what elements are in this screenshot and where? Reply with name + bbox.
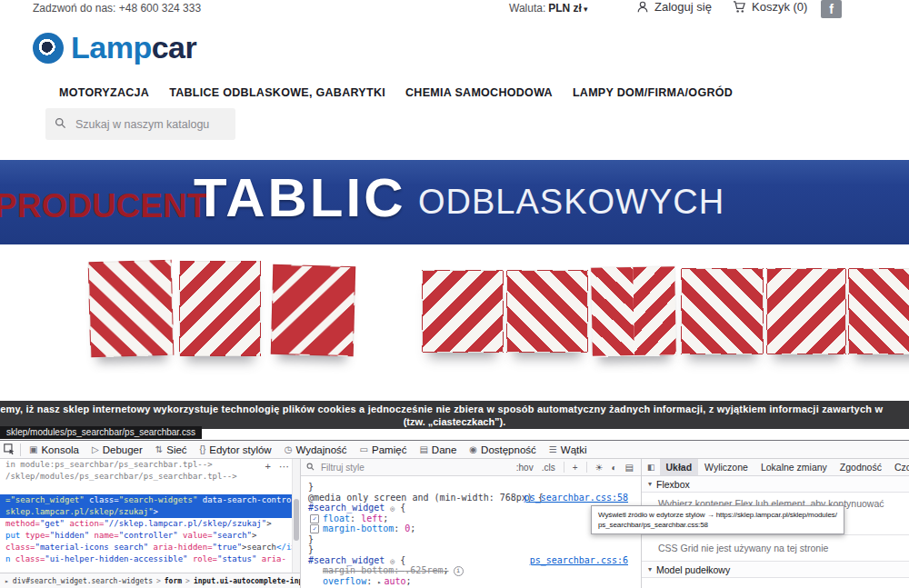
screenshot-root: Zadzwoń do nas: +48 600 324 333 Waluta:P… [0, 0, 909, 588]
storage-icon: ▤ [419, 444, 427, 454]
devtools-tab-label: Konsola [41, 444, 79, 455]
devtools-tab-debuger[interactable]: ▷Debuger [85, 441, 149, 458]
devtools-tab-label: Edytor stylów [209, 444, 271, 455]
devtools-tab-pamiec[interactable]: ▭Pamięć [354, 441, 414, 458]
inspector-scrollbar[interactable] [292, 459, 300, 573]
devtools-tab-label: Debuger [103, 444, 143, 455]
stylesheet-link-6[interactable]: ps_searchbar.css:6 [530, 555, 628, 566]
boxmodel-section-header[interactable]: ▾ Model pudełkowy [642, 561, 909, 578]
filter-styles-input[interactable] [319, 462, 441, 473]
devtools-tab-siec[interactable]: ⇅Sieć [149, 441, 194, 458]
search-input[interactable] [74, 117, 223, 132]
sidebar-toggle-icon[interactable]: ◧ [642, 463, 660, 472]
add-node-icon[interactable]: + [265, 461, 271, 473]
person-icon [636, 0, 649, 14]
nav-item-tablice-odblaskowe[interactable]: TABLICE ODBLASKOWE, GABARYTKI [169, 86, 385, 99]
logo[interactable]: Lampcar [33, 30, 196, 65]
devtools-tab-label: Wydajność [295, 444, 346, 455]
phone-label: Zadzwoń do nas: +48 600 324 333 [33, 2, 201, 15]
highlight-target-icon[interactable]: ◎ [390, 557, 395, 565]
grid-section-body: CSS Grid nie jest używany na tej stronie [642, 534, 909, 561]
rules-controls: :hov .cls + ☀ ◐ ▤ [516, 462, 634, 473]
devtools-tab-konsola[interactable]: ▣Konsola [23, 441, 85, 458]
property-value[interactable]: .625rem [405, 565, 448, 575]
inactive-css-info-icon[interactable]: i [454, 566, 464, 576]
reflective-plate-image [422, 270, 504, 353]
devtools-tab-dane[interactable]: ▤Dane [413, 441, 463, 458]
currency-selector[interactable]: Waluta:PLN zł▾ [509, 2, 587, 15]
light-scheme-icon[interactable]: ☀ [595, 463, 604, 473]
nav-item-motoryzacja[interactable]: MOTORYZACJA [59, 86, 149, 99]
login-link[interactable]: Zaloguj się [636, 0, 712, 14]
devtools-tab-watki[interactable]: ☰Wątki [543, 441, 594, 458]
facebook-icon[interactable]: f [821, 0, 842, 18]
property-name[interactable]: overflow [323, 576, 377, 586]
devtools-tab-dostepnosc[interactable]: ◉Dostępność [463, 441, 542, 458]
declaration-checkbox[interactable]: ✓ [310, 514, 319, 523]
html-comment-line[interactable]: /sklep/modules/ps_searchbar/ps_searchbar… [0, 471, 300, 483]
reflective-plate-image [681, 268, 764, 354]
tab-zgodnosc[interactable]: Zgodność [834, 459, 888, 475]
console-icon: ▣ [29, 444, 37, 454]
css-close-brace: } [301, 544, 641, 555]
currency-value: PLN zł [548, 2, 582, 15]
selected-node[interactable]: ="search_widget" class="search-widgets" … [0, 494, 300, 518]
banner-title: TABLIC [194, 166, 406, 229]
reflective-plate-image [179, 261, 261, 356]
css-media-query: @media only screen and (min-width: 768px… [301, 493, 641, 503]
reflective-plate-image [506, 270, 588, 353]
link-target-status-tooltip: sklep/modules/ps_searchbar/ps_searchbar.… [0, 426, 202, 439]
devtools-tab-edytor-stylow[interactable]: {}Edytor stylów [194, 441, 278, 458]
twisty-icon: ▾ [648, 565, 652, 573]
css-selector[interactable]: #search_widget [308, 555, 385, 565]
html-line-status[interactable]: n class="ui-helper-hidden-accessible" ro… [0, 553, 300, 565]
scrollbar-thumb[interactable] [294, 499, 299, 541]
breadcrumb-scroll-icon[interactable]: ▸ [5, 577, 9, 585]
dark-scheme-icon[interactable]: ◐ [612, 463, 617, 473]
property-value[interactable]: 0 [405, 523, 415, 533]
rules-toolbar: :hov .cls + ☀ ◐ ▤ [301, 459, 641, 476]
more-options-icon[interactable]: ⋯ [279, 461, 289, 473]
tab-uklad[interactable]: Układ [660, 459, 699, 475]
highlight-target-icon[interactable]: ◎ [390, 504, 395, 513]
cart-link[interactable]: Koszyk (0) [733, 0, 807, 14]
html-line-form[interactable]: method="get" action="//sklep.lampcar.pl/… [0, 518, 300, 530]
breadcrumb-item-input[interactable]: input.ui-autocomplete-input [194, 577, 301, 585]
html-line-input[interactable]: put type="hidden" name="controller" valu… [0, 530, 300, 542]
tab-lokalne-zmiany[interactable]: Lokalne zmiany [754, 459, 834, 475]
flexbox-section-header[interactable]: ▾ Flexbox [642, 476, 909, 493]
network-icon: ⇅ [155, 444, 163, 454]
property-value[interactable]: left [361, 513, 388, 523]
reflective-plate-image [271, 264, 356, 356]
performance-icon: ◷ [285, 444, 293, 454]
devtools-tab-wydajnosc[interactable]: ◷Wydajność [278, 441, 354, 458]
pick-element-icon[interactable] [4, 443, 15, 455]
css-close-brace: } [301, 534, 641, 545]
breadcrumb-item-form[interactable]: form [165, 577, 182, 585]
css-selector[interactable]: #search_widget [308, 503, 385, 513]
html-line-icon[interactable]: class="material-icons search" aria-hidde… [0, 542, 300, 553]
reflective-plate-image [848, 268, 909, 354]
lampcar-logo-icon [33, 33, 64, 64]
twisty-icon: ▾ [648, 480, 652, 488]
add-rule-icon[interactable]: + [573, 463, 578, 473]
sidebar-tabs: ◧ Układ Wyliczone Lokalne zmiany Zgodnoś… [642, 459, 909, 476]
pseudo-class-toggle[interactable]: :hov [516, 463, 534, 473]
print-simulation-icon[interactable]: ▤ [625, 463, 634, 473]
class-toggle[interactable]: .cls [542, 463, 555, 473]
tab-czcionki[interactable]: Czcionki [888, 459, 909, 475]
html-comment-line[interactable]: in module:ps_searchbar/ps_searchbar.tpl-… [0, 459, 300, 471]
tab-wyliczone[interactable]: Wyliczone [698, 459, 754, 475]
nav-item-chemia-samochodowa[interactable]: CHEMIA SAMOCHODOWA [405, 86, 553, 99]
css-selector-line: #search_widget◎ { ps_searchbar.css:6 [301, 555, 641, 566]
stylesheet-link-58[interactable]: ps_searchbar.css:58 [524, 493, 628, 503]
property-value[interactable]: auto [384, 576, 411, 586]
property-name[interactable]: float [323, 513, 361, 523]
hero-banner[interactable]: PRODUCENT TABLIC ODBLASKOWYCH [0, 160, 909, 244]
breadcrumb-item-div[interactable]: div#search_widget.search-widgets [13, 577, 153, 585]
expand-shorthand-icon[interactable]: ▸ [377, 579, 381, 586]
property-name[interactable]: margin-bottom [323, 565, 405, 575]
declaration-checkbox[interactable]: ✓ [310, 524, 319, 533]
nav-item-lampy[interactable]: LAMPY DOM/FIRMA/OGRÓD [573, 86, 733, 99]
property-name[interactable]: margin-bottom [323, 523, 405, 533]
